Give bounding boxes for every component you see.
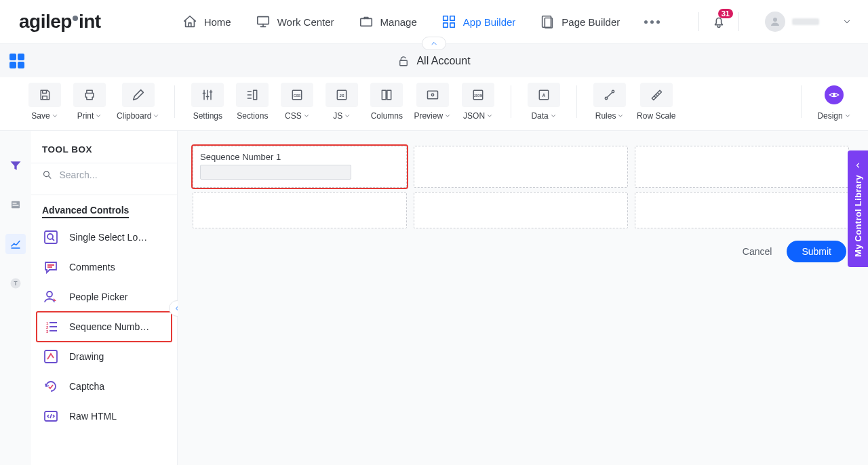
designer-toolbar: Save Print Clipboard Settings Sections C…	[0, 77, 868, 131]
control-people-picker[interactable]: People Picker	[37, 282, 172, 312]
workspace: T TOOL BOX Advanced Controls Single Sele…	[0, 131, 868, 465]
chevron-left-icon	[854, 161, 862, 169]
separator	[698, 12, 699, 31]
comments-icon	[42, 258, 60, 276]
rowscale-button[interactable]: Row Scale	[637, 83, 675, 121]
nav-appbuilder[interactable]: App Builder	[441, 14, 516, 29]
toolbox-title: TOOL BOX	[31, 131, 177, 163]
form-actions: Cancel Submit	[193, 228, 849, 275]
svg-rect-0	[257, 17, 269, 24]
notifications-button[interactable]: 31	[711, 14, 726, 29]
print-button[interactable]: Print	[72, 83, 107, 121]
form-cell-empty[interactable]	[635, 192, 849, 228]
app-switcher-button[interactable]	[9, 54, 24, 68]
chevron-down-icon	[550, 113, 557, 119]
collapse-topnav-button[interactable]	[422, 37, 446, 50]
nav-home[interactable]: Home	[182, 14, 231, 29]
js-button[interactable]: JSJS	[324, 83, 359, 121]
save-icon	[38, 88, 52, 102]
text-icon: T	[9, 277, 22, 289]
control-label: Sequence Numb…	[69, 321, 149, 332]
form-cell-empty[interactable]	[635, 146, 849, 188]
form-cell-empty[interactable]	[193, 192, 407, 228]
sections-button[interactable]: Sections	[235, 83, 270, 121]
control-single-select-lookup[interactable]: Single Select Lo…	[37, 222, 172, 252]
svg-text:JSON: JSON	[474, 94, 482, 98]
logo-text-post: int	[79, 11, 101, 33]
form-grid: Sequence Number 1	[193, 146, 849, 228]
settings-button[interactable]: Settings	[190, 83, 225, 121]
svg-rect-3	[450, 16, 454, 20]
logo: agilep int	[19, 11, 101, 33]
columns-icon	[380, 88, 393, 102]
rail-text-button[interactable]: T	[5, 273, 26, 294]
cancel-button[interactable]: Cancel	[743, 246, 772, 257]
control-raw-html[interactable]: Raw HTML	[37, 401, 172, 431]
toolbox-section-title: Advanced Controls	[31, 195, 177, 220]
preview-button[interactable]: Preview	[414, 83, 451, 121]
form-cell-sequence[interactable]: Sequence Number 1	[193, 146, 407, 188]
home-icon	[182, 14, 197, 29]
columns-button[interactable]: Columns	[369, 83, 404, 121]
rail-chart-button[interactable]	[5, 234, 26, 254]
rail-form-button[interactable]	[5, 195, 26, 215]
nav-label: Page Builder	[561, 16, 620, 28]
form-icon	[9, 199, 22, 211]
js-icon: JS	[335, 88, 349, 102]
control-library-tab[interactable]: My Control Library	[848, 150, 868, 267]
json-button[interactable]: JSONJSON	[460, 83, 496, 121]
more-icon	[644, 20, 660, 24]
svg-text:A: A	[542, 93, 546, 98]
data-button[interactable]: AData	[526, 83, 561, 121]
css-button[interactable]: CSSCSS	[279, 83, 315, 121]
svg-rect-2	[443, 16, 448, 20]
svg-rect-5	[450, 23, 454, 27]
chevron-down-icon	[153, 113, 159, 119]
nav-label: Home	[204, 16, 231, 28]
search-icon	[42, 169, 53, 181]
save-button[interactable]: Save	[27, 83, 62, 121]
svg-rect-27	[13, 205, 19, 206]
svg-rect-37	[45, 350, 57, 363]
svg-text:T: T	[14, 281, 17, 287]
data-icon: A	[537, 88, 551, 102]
nav-pagebuilder[interactable]: Page Builder	[540, 14, 620, 29]
sequence-input[interactable]	[200, 165, 351, 180]
avatar-icon	[765, 12, 785, 32]
control-drawing[interactable]: Drawing	[37, 342, 172, 371]
nav-more[interactable]	[644, 20, 660, 24]
nav-manage[interactable]: Manage	[359, 14, 417, 29]
svg-rect-16	[427, 91, 437, 99]
svg-point-33	[47, 291, 52, 297]
toolbox-search[interactable]	[31, 163, 177, 195]
briefcase-icon	[359, 14, 374, 29]
chevron-down-icon	[842, 17, 852, 26]
svg-text:CSS: CSS	[294, 94, 301, 98]
svg-rect-14	[382, 90, 387, 99]
control-captcha[interactable]: Captcha	[37, 371, 172, 401]
svg-rect-26	[13, 203, 17, 204]
design-canvas[interactable]: Sequence Number 1 Cancel Submit	[178, 131, 868, 465]
control-sequence-number[interactable]: 123Sequence Numb…	[37, 312, 172, 342]
control-label: People Picker	[69, 291, 127, 302]
nav-workcenter[interactable]: Work Center	[256, 14, 334, 29]
chevron-down-icon	[95, 113, 102, 119]
search-input[interactable]	[60, 169, 167, 180]
chevron-down-icon	[444, 113, 451, 119]
nav-items: Home Work Center Manage App Builder Page…	[182, 14, 660, 29]
control-label: Comments	[69, 262, 115, 272]
user-menu[interactable]	[765, 12, 852, 32]
pencil-icon	[131, 87, 146, 102]
form-cell-empty[interactable]	[414, 192, 628, 228]
form-cell-empty[interactable]	[414, 146, 628, 188]
submit-button[interactable]: Submit	[787, 241, 846, 262]
control-comments[interactable]: Comments	[37, 252, 172, 282]
logo-text-pre: agilep	[19, 11, 72, 33]
apps-icon	[441, 14, 456, 29]
design-mode-button[interactable]: Design	[816, 83, 852, 121]
rules-button[interactable]: Rules	[592, 83, 627, 121]
control-label: Single Select Lo…	[69, 232, 147, 243]
rail-filter-button[interactable]	[5, 155, 26, 176]
svg-text:3: 3	[46, 329, 49, 333]
clipboard-button[interactable]: Clipboard	[117, 83, 159, 121]
